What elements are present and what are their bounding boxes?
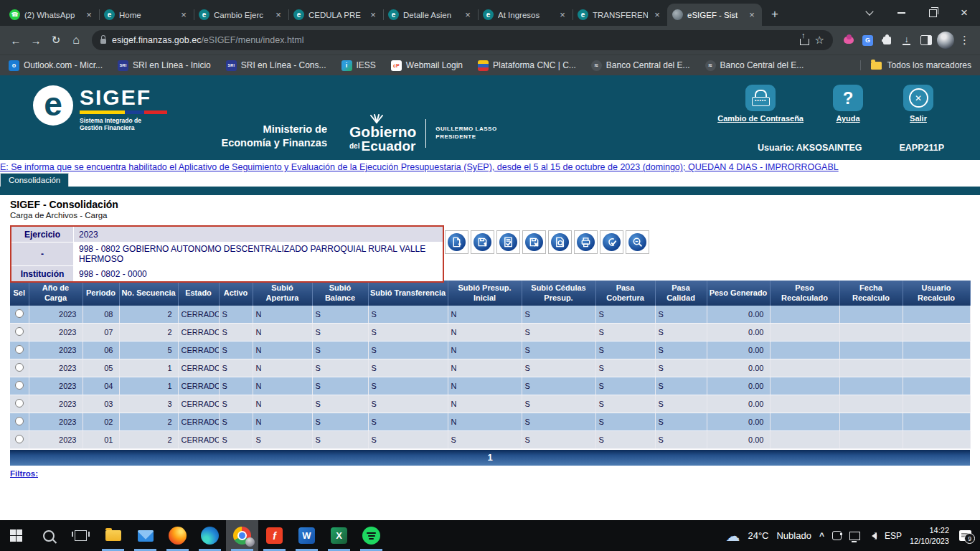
column-header[interactable]: Subió Presup. Inicial <box>448 281 522 306</box>
table-row[interactable]: 2023 08 2 CERRADO S N S S N S S S 0.00 <box>10 306 970 324</box>
save-upload-button[interactable] <box>471 230 494 254</box>
share-icon[interactable] <box>800 39 809 45</box>
app-file-explorer[interactable] <box>97 520 129 551</box>
column-header[interactable]: Pasa Calidad <box>655 281 707 306</box>
restore-button[interactable] <box>917 0 948 26</box>
browser-tab[interactable]: Cambio Ejerc <box>194 4 288 26</box>
secure-lock-icon[interactable] <box>100 39 106 44</box>
bookmark-item[interactable]: Banco Central del E... <box>591 60 690 71</box>
tab-search-chevron-icon[interactable] <box>854 0 885 26</box>
column-header[interactable]: Subió Apertura <box>253 281 312 306</box>
volume-icon[interactable] <box>868 532 877 540</box>
tab-close-icon[interactable] <box>368 10 378 20</box>
validate-button[interactable] <box>496 230 520 254</box>
minimize-button[interactable] <box>885 0 917 26</box>
close-window-button[interactable] <box>948 0 980 26</box>
bookmark-item[interactable]: IESS <box>341 60 376 71</box>
column-header[interactable]: Subió Balance <box>312 281 368 306</box>
notification-center-icon[interactable] <box>959 530 971 541</box>
column-header[interactable]: Sel <box>10 281 29 306</box>
search-button[interactable] <box>32 520 65 551</box>
column-header[interactable]: Subió Cédulas Presup. <box>522 281 595 306</box>
app-mail[interactable] <box>129 520 161 551</box>
weather-condition[interactable]: Nublado <box>776 530 811 541</box>
table-row[interactable]: 2023 04 1 CERRADO S N S S N S S S 0.00 <box>10 377 970 395</box>
bookmark-item[interactable]: Webmail Login <box>391 60 463 71</box>
bookmark-item[interactable]: SRI en Línea - Cons... <box>226 60 326 71</box>
browser-tab[interactable]: Detalle Asien <box>383 4 478 26</box>
table-row[interactable]: 2023 06 5 CERRADO S N S S N S S S 0.00 <box>10 341 970 359</box>
app-chrome[interactable] <box>226 520 258 551</box>
table-row[interactable]: 2023 07 2 CERRADO S N S S N S S S 0.00 <box>10 323 970 341</box>
extension-pink-icon[interactable] <box>839 30 858 50</box>
address-bar[interactable]: esigef.finanzas.gob.ec/eSIGEF/menu/index… <box>92 30 833 50</box>
row-radio[interactable] <box>15 363 24 372</box>
bookmark-item[interactable]: Plataforma CNC | C... <box>478 60 576 71</box>
tab-close-icon[interactable] <box>557 10 567 20</box>
browser-tab[interactable]: Home <box>99 4 194 26</box>
column-header[interactable]: Pasa Cobertura <box>595 281 655 306</box>
tab-close-icon[interactable] <box>273 10 283 20</box>
bookmark-item[interactable]: SRI en Línea - Inicio <box>118 60 211 71</box>
bookmark-item[interactable]: Banco Central del E... <box>705 60 804 71</box>
tab-close-icon[interactable] <box>84 10 94 20</box>
browser-tab[interactable]: eSIGEF - Sist <box>667 4 762 26</box>
view-detail-button[interactable] <box>548 230 572 254</box>
tab-close-icon[interactable] <box>179 10 189 20</box>
tray-expand-icon[interactable]: ^ <box>819 531 824 541</box>
start-button[interactable] <box>0 520 32 551</box>
reload-button[interactable] <box>46 30 66 50</box>
downloads-icon[interactable] <box>897 30 916 50</box>
browser-tab[interactable]: TRANSFEREN <box>573 4 667 26</box>
delete-record-button[interactable] <box>522 230 546 254</box>
column-header[interactable]: Subió Transferencia <box>368 281 448 306</box>
table-row[interactable]: 2023 03 3 CERRADO S N S S N S S S 0.00 <box>10 395 970 413</box>
row-radio[interactable] <box>15 381 24 390</box>
approve-button[interactable] <box>600 230 623 254</box>
column-header[interactable]: Año de Carga <box>29 281 83 306</box>
bookmark-item[interactable]: Outlook.com - Micr... <box>9 60 103 71</box>
row-radio[interactable] <box>15 399 24 408</box>
app-word[interactable] <box>291 520 323 551</box>
column-header[interactable]: Peso Generado <box>707 281 770 306</box>
tab-close-icon[interactable] <box>747 10 757 20</box>
bookmark-star-icon[interactable] <box>815 34 824 47</box>
row-radio[interactable] <box>15 417 24 425</box>
row-radio[interactable] <box>15 435 24 443</box>
tray-app-icon[interactable] <box>832 531 842 540</box>
column-header[interactable]: Peso Recalculado <box>770 281 839 306</box>
column-header[interactable]: No. Secuencia <box>119 281 178 306</box>
weather-temp[interactable]: 24°C <box>748 530 768 541</box>
row-radio[interactable] <box>15 345 24 354</box>
column-header[interactable]: Estado <box>178 281 219 306</box>
browser-tab[interactable]: (2) WhatsApp <box>4 4 99 26</box>
profile-avatar[interactable] <box>936 30 955 50</box>
tab-close-icon[interactable] <box>652 10 662 20</box>
back-button[interactable] <box>6 30 26 50</box>
weather-icon[interactable] <box>725 527 740 545</box>
app-excel[interactable] <box>323 520 355 551</box>
page-number[interactable]: 1 <box>487 452 492 463</box>
clock[interactable]: 14:22 12/10/2023 <box>910 525 949 547</box>
column-header[interactable]: Activo <box>219 281 253 306</box>
help-button[interactable]: Ayuda <box>822 85 874 123</box>
network-icon[interactable] <box>849 532 860 540</box>
table-row[interactable]: 2023 05 1 CERRADO S N S S N S S S 0.00 <box>10 359 970 377</box>
new-tab-button[interactable] <box>765 4 785 24</box>
filters-link[interactable]: Filtros: <box>10 469 38 478</box>
home-button[interactable] <box>66 30 86 50</box>
print-button[interactable] <box>574 230 598 254</box>
extensions-puzzle-icon[interactable] <box>877 30 897 50</box>
row-radio[interactable] <box>15 327 24 336</box>
new-record-button[interactable] <box>445 230 468 254</box>
browser-tab[interactable]: At Ingresos <box>478 4 573 26</box>
app-foxit-pdf[interactable] <box>258 520 291 551</box>
app-edge[interactable] <box>194 520 226 551</box>
language-indicator[interactable]: ESP <box>885 531 902 541</box>
app-spotify[interactable] <box>355 520 387 551</box>
task-view-button[interactable] <box>65 520 97 551</box>
browser-tab[interactable]: CEDULA PRE <box>288 4 383 26</box>
all-bookmarks-button[interactable]: Todos los marcadores <box>860 60 971 70</box>
menu-icon[interactable] <box>955 30 974 50</box>
tab-close-icon[interactable] <box>463 10 473 20</box>
